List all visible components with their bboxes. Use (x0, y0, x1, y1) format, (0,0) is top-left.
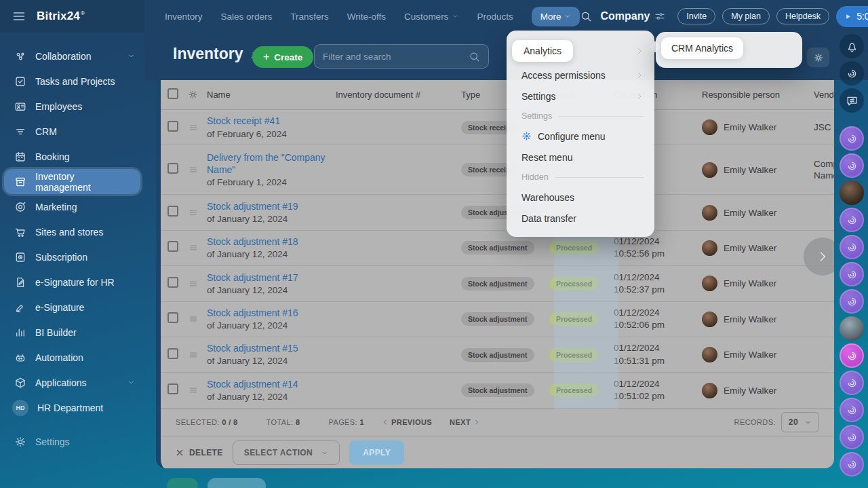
grid-settings-gear-icon[interactable] (188, 90, 198, 100)
search-icon[interactable] (469, 51, 480, 62)
drag-handle-icon[interactable] (188, 123, 199, 132)
document-link[interactable]: Stock adjustment #16 (207, 307, 336, 319)
sidebar-item[interactable]: Booking (0, 144, 144, 169)
menu-item[interactable]: Settings (507, 86, 654, 107)
sidebar-item[interactable]: Subscription (0, 244, 144, 269)
sidebar-item[interactable]: Settings (0, 429, 144, 454)
document-link[interactable]: Delivery from the "Company Name" (207, 151, 336, 176)
drag-handle-icon[interactable] (188, 279, 199, 288)
drag-handle-icon[interactable] (188, 208, 199, 217)
row-checkbox[interactable] (167, 277, 178, 288)
invite-button[interactable]: Invite (677, 8, 715, 24)
drag-handle-icon[interactable] (188, 165, 199, 174)
sidebar-item[interactable]: Sites and stores (0, 219, 144, 244)
document-link[interactable]: Stock adjustment #15 (207, 342, 336, 354)
copilot-chat-icon[interactable] (840, 425, 864, 449)
responsible-person-cell[interactable]: Emily Walker (702, 205, 814, 221)
nav-item[interactable]: Products (477, 12, 513, 22)
copilot-chat-icon[interactable] (840, 262, 864, 286)
sidebar-item[interactable]: e-Signature (0, 295, 144, 320)
menu-item[interactable]: Configure menu (507, 126, 654, 147)
row-checkbox[interactable] (167, 206, 178, 217)
column-header[interactable]: Responsible person (702, 90, 814, 100)
copilot-icon[interactable] (840, 61, 864, 86)
drag-handle-icon[interactable] (188, 243, 199, 252)
copilot-chat-icon[interactable] (840, 153, 864, 178)
hamburger-menu-icon[interactable] (12, 10, 26, 23)
menu-item[interactable]: Reset menu (507, 147, 654, 168)
nav-item[interactable]: Transfers (290, 12, 329, 22)
responsible-person-cell[interactable]: Emily Walker (702, 383, 814, 398)
copilot-chat-icon[interactable] (840, 235, 864, 259)
copilot-chat-icon[interactable] (840, 371, 864, 395)
next-page-button[interactable]: NEXT (450, 418, 480, 426)
filter-search-box[interactable] (314, 44, 489, 69)
document-link[interactable]: Stock adjustment #18 (207, 236, 336, 248)
copilot-chat-icon[interactable] (840, 289, 864, 314)
sidebar-item[interactable]: BI Builder (0, 320, 144, 345)
nav-item[interactable]: More (532, 7, 580, 26)
sidebar-item[interactable]: Applications (0, 370, 144, 395)
search-input[interactable] (323, 52, 469, 62)
column-header[interactable]: Inventory document # (336, 90, 461, 100)
company-switcher[interactable]: Company (600, 10, 665, 22)
responsible-person-cell[interactable]: Emily Walker (702, 276, 814, 291)
responsible-person-cell[interactable]: Emily Walker (702, 119, 814, 135)
column-header[interactable]: Name (207, 90, 336, 100)
chat-user-avatar[interactable] (840, 181, 864, 205)
helpdesk-button[interactable]: Helpdesk (776, 8, 829, 24)
menu-item[interactable]: Access permissions (507, 64, 654, 86)
sidebar-item[interactable]: Employees (0, 94, 144, 119)
drag-handle-icon[interactable] (188, 386, 199, 395)
row-checkbox[interactable] (167, 312, 178, 323)
sidebar-item[interactable]: Collaboration (0, 43, 144, 69)
sidebar-item[interactable]: Tasks and Projects (0, 69, 144, 94)
sidebar-item[interactable]: Automation (0, 345, 144, 370)
row-checkbox[interactable] (167, 241, 178, 252)
row-checkbox[interactable] (167, 121, 178, 132)
menu-item[interactable]: Data transfer (507, 208, 654, 229)
row-checkbox[interactable] (167, 348, 178, 359)
document-link[interactable]: Stock adjustment #19 (207, 200, 336, 212)
select-action-dropdown[interactable]: SELECT ACTION (233, 440, 340, 465)
select-all-checkbox[interactable] (167, 88, 178, 99)
nav-item[interactable]: Sales orders (221, 12, 273, 22)
apply-button[interactable]: APPLY (349, 440, 404, 465)
drag-handle-icon[interactable] (188, 350, 199, 360)
responsible-person-cell[interactable]: Emily Walker (702, 312, 814, 327)
brand-logo[interactable]: Bitrix24® (37, 10, 85, 23)
chat-user-avatar[interactable] (840, 316, 864, 341)
document-link[interactable]: Stock adjustment #14 (207, 378, 336, 390)
records-per-page-dropdown[interactable]: 20 (781, 412, 819, 432)
create-button[interactable]: + Create (252, 46, 313, 68)
sidebar-item[interactable]: Inventory management (4, 169, 140, 194)
sidebar-item[interactable]: HD HR Department (0, 395, 144, 420)
copilot-chat-icon[interactable] (840, 343, 864, 368)
document-link[interactable]: Stock receipt #41 (207, 115, 336, 127)
sidebar-item[interactable]: e-Signature for HR (0, 269, 144, 295)
menu-item[interactable]: Analytics (507, 37, 654, 64)
time-tracker-button[interactable]: 5:00 PM (836, 6, 868, 27)
row-checkbox[interactable] (167, 163, 178, 174)
column-header[interactable]: Vendor (814, 90, 834, 100)
crm-analytics-menu-item[interactable]: CRM Analytics (661, 37, 743, 59)
messenger-icon[interactable] (840, 88, 864, 113)
previous-page-button[interactable]: PREVIOUS (382, 418, 432, 426)
sidebar-item[interactable]: CRM (0, 119, 144, 144)
copilot-chat-icon[interactable] (840, 452, 864, 476)
drag-handle-icon[interactable] (188, 314, 199, 324)
my-plan-button[interactable]: My plan (722, 8, 770, 24)
copilot-chat-icon[interactable] (840, 208, 864, 232)
row-checkbox[interactable] (167, 383, 178, 394)
copilot-chat-icon[interactable] (840, 398, 864, 422)
nav-item[interactable]: Customers (404, 12, 458, 22)
nav-item[interactable]: Write-offs (347, 12, 386, 22)
responsible-person-cell[interactable]: Emily Walker (702, 240, 814, 256)
notifications-bell-icon[interactable] (840, 34, 864, 58)
delete-button[interactable]: DELETE (176, 448, 223, 457)
menu-item[interactable]: Warehouses (507, 187, 654, 208)
responsible-person-cell[interactable]: Emily Walker (702, 162, 814, 178)
copilot-chat-icon[interactable] (840, 126, 864, 151)
settings-gear-button[interactable] (807, 48, 829, 67)
search-icon[interactable] (580, 10, 592, 22)
